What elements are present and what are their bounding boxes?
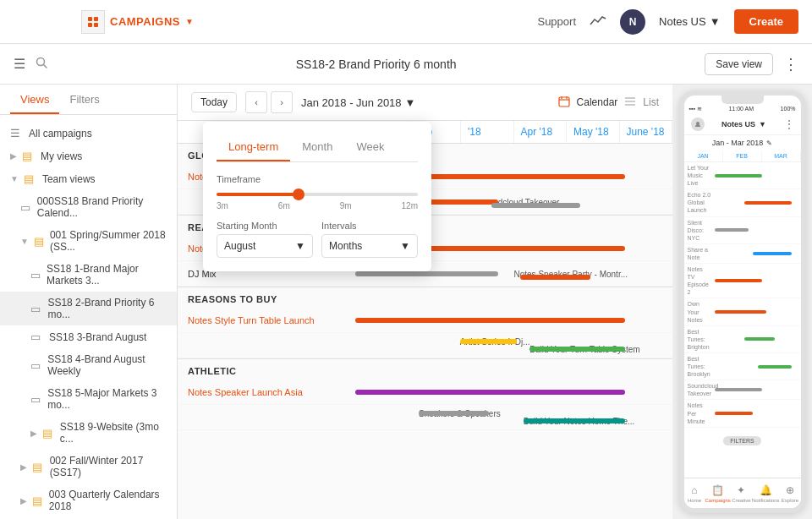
- sidebar-item-team-views[interactable]: ▼ ▤ Team views: [0, 167, 177, 190]
- hamburger-icon[interactable]: ☰: [14, 56, 25, 72]
- today-button[interactable]: Today: [191, 92, 237, 112]
- sidebar-item-my-views[interactable]: ▶ ▤ My views: [0, 145, 177, 167]
- phone-title-area: Notes US ▼: [721, 120, 766, 128]
- calendar-view-label[interactable]: Calendar: [577, 96, 618, 108]
- phone-label-0: Let Your Music Live: [684, 162, 715, 188]
- campaigns-icon: 📋: [711, 484, 724, 496]
- phone-notch: [721, 96, 764, 104]
- calendar-icon[interactable]: [558, 96, 570, 110]
- phone-user-icon[interactable]: [691, 117, 705, 131]
- support-link[interactable]: Support: [537, 15, 576, 28]
- phone-bars-3: [715, 245, 801, 262]
- phone-label-3: Share a Note: [684, 244, 715, 263]
- phone-bars-6: [715, 331, 801, 347]
- phone-battery: 100%: [781, 106, 796, 112]
- list-icon-cal[interactable]: [624, 96, 636, 110]
- phone-time: 11:00 AM: [728, 106, 754, 112]
- slider-label-3m: 3m: [217, 201, 228, 210]
- dropdown-tab-longterm[interactable]: Long-term: [217, 135, 290, 161]
- sidebar-item-ss18-1[interactable]: ▭ SS18 1-Brand Major Markets 3...: [0, 258, 177, 292]
- sidebar-item-002-fall[interactable]: ▶ ▤ 002 Fall/Winter 2017 (SS17): [0, 450, 177, 483]
- cal-label-empty-athletic: [178, 414, 355, 421]
- logo-text: CAMPAIGNS: [110, 15, 180, 28]
- phone-month-label: Jan - Mar 2018 ✎: [684, 135, 801, 150]
- sidebar-item-ss18-2[interactable]: ▭ SS18 2-Brand Priority 6 mo...: [0, 292, 177, 325]
- more-options-icon[interactable]: ⋮: [783, 55, 798, 74]
- sidebar-tab-filters[interactable]: Filters: [59, 85, 109, 114]
- phone-edit-icon[interactable]: ✎: [766, 139, 772, 147]
- home-icon: ⌂: [691, 484, 697, 496]
- phone-nav-home[interactable]: ⌂ Home: [684, 478, 705, 508]
- sidebar-item-all-campaigns[interactable]: ☰ All campaigns: [0, 122, 177, 145]
- cal-bars-athletic-2: Sneakers & Speakers Build Your Notes Hom…: [355, 406, 672, 429]
- cal-label-notes-style: Notes Style Turn Table Launch: [178, 312, 355, 329]
- sidebar-item-ss18-9[interactable]: ▶ ▤ SS18 9-Website (3mo c...: [0, 416, 177, 450]
- dropdown-tab-month[interactable]: Month: [290, 135, 344, 161]
- slider-label-12m: 12m: [402, 201, 418, 210]
- dropdown-tab-week[interactable]: Week: [344, 135, 396, 161]
- logo-dropdown-icon[interactable]: ▼: [185, 17, 194, 26]
- chevron-right-icon: ▶: [10, 151, 17, 161]
- phone-mockup: ▪▪▪ ≋ 11:00 AM 100% Notes US ▼ ⋮ Jan: [672, 85, 812, 519]
- slider-thumb[interactable]: [293, 188, 304, 200]
- cal-row-buy-2: Artist Series I: Dj... Build Your Turn T…: [178, 333, 672, 358]
- phone-nav-notifications[interactable]: 🔔 Notifications: [752, 478, 780, 508]
- phone-nav-creative[interactable]: ✦ Creative: [731, 478, 752, 508]
- nav-arrows: ‹ ›: [245, 91, 293, 113]
- cal-label-empty-buy: [178, 342, 355, 349]
- dropdown-timeframe-label: Timeframe: [217, 174, 418, 184]
- sidebar-item-001-spring[interactable]: ▼ ▤ 001 Spring/Summer 2018 (SS...: [0, 224, 177, 258]
- phone-more-icon[interactable]: ⋮: [784, 118, 794, 130]
- save-view-button[interactable]: Save view: [705, 53, 773, 75]
- main-layout: Views Filters ☰ All campaigns ▶ ▤ My vie…: [0, 85, 812, 519]
- folder-icon-4: ▤: [32, 461, 45, 473]
- notifications-icon: 🔔: [760, 484, 772, 496]
- sidebar-tab-views[interactable]: Views: [10, 85, 59, 114]
- chevron-right-icon-3: ▶: [20, 462, 27, 472]
- folder-icon-2: ▤: [34, 235, 45, 248]
- notes-us-dropdown[interactable]: Notes US ▼: [659, 15, 721, 28]
- create-button[interactable]: Create: [734, 9, 798, 34]
- month-may: May '18: [567, 121, 620, 143]
- intervals-select[interactable]: Months ▼: [321, 234, 418, 258]
- slider-labels: 3m 6m 9m 12m: [217, 201, 418, 210]
- phone-bars-4: [715, 272, 801, 289]
- phone-label-1: Echo 2.0 Global Launch: [684, 189, 715, 216]
- svg-rect-6: [559, 97, 569, 107]
- phone-row-7: Best Tunes: Brooklyn: [684, 353, 801, 380]
- phone-bottom-nav: ⌂ Home 📋 Campaigns ✦ Creative 🔔 Notifica…: [684, 478, 801, 508]
- phone-bars-2: [715, 221, 801, 238]
- cal-bars-buy-2: Artist Series I: Dj... Build Your Turn T…: [355, 334, 672, 358]
- phone-row-0: Let Your Music Live: [684, 162, 801, 189]
- date-range[interactable]: Jan 2018 - Jun 2018 ▼: [301, 96, 415, 109]
- search-icon[interactable]: [36, 57, 47, 71]
- sidebar-item-000ss18[interactable]: ▭ 000SS18 Brand Priority Calend...: [0, 190, 177, 224]
- sidebar-item-ss18-3[interactable]: ▭ SS18 3-Brand August: [0, 325, 177, 348]
- notes-dropdown-icon: ▼: [710, 15, 721, 28]
- cal-bars-athletic-1: [355, 380, 672, 404]
- top-bar: CAMPAIGNS ▼ Support N Notes US ▼ Create: [0, 0, 812, 44]
- starting-month-select[interactable]: August ▼: [217, 234, 313, 258]
- dropdown-popup: Long-term Month Week Timeframe 3m 6m 9m …: [203, 122, 431, 271]
- phone-nav-campaigns[interactable]: 📋 Campaigns: [705, 478, 730, 508]
- sidebar-item-ss18-5[interactable]: ▭ SS18 5-Major Markets 3 mo...: [0, 382, 177, 416]
- section-athletic: ATHLETIC: [178, 359, 672, 380]
- phone-filters-button[interactable]: FILTERS: [723, 436, 760, 445]
- chevron-right-icon-4: ▶: [20, 496, 27, 505]
- intervals-label: Intervals: [321, 221, 418, 231]
- calendar-toolbar: Today ‹ › Jan 2018 - Jun 2018 ▼: [178, 85, 672, 121]
- slider-track[interactable]: [217, 193, 418, 196]
- sidebar-item-ss18-4[interactable]: ▭ SS18 4-Brand August Weekly: [0, 348, 177, 382]
- list-icon: ☰: [10, 127, 24, 139]
- phone-month-mar: MAR: [762, 150, 801, 161]
- list-view-label[interactable]: List: [643, 96, 659, 108]
- sidebar-item-003-quarterly[interactable]: ▶ ▤ 003 Quarterly Calendars 2018: [0, 483, 177, 517]
- next-arrow[interactable]: ›: [271, 91, 293, 113]
- file-icon-3: ▭: [30, 303, 42, 315]
- file-icon-6: ▭: [30, 393, 42, 406]
- phone-nav-explore[interactable]: ⊕ Explore: [780, 478, 801, 508]
- slider-label-6m: 6m: [278, 201, 290, 210]
- trend-icon[interactable]: [590, 14, 606, 30]
- phone-row-5: Own Your Notes: [684, 298, 801, 325]
- prev-arrow[interactable]: ‹: [245, 91, 267, 113]
